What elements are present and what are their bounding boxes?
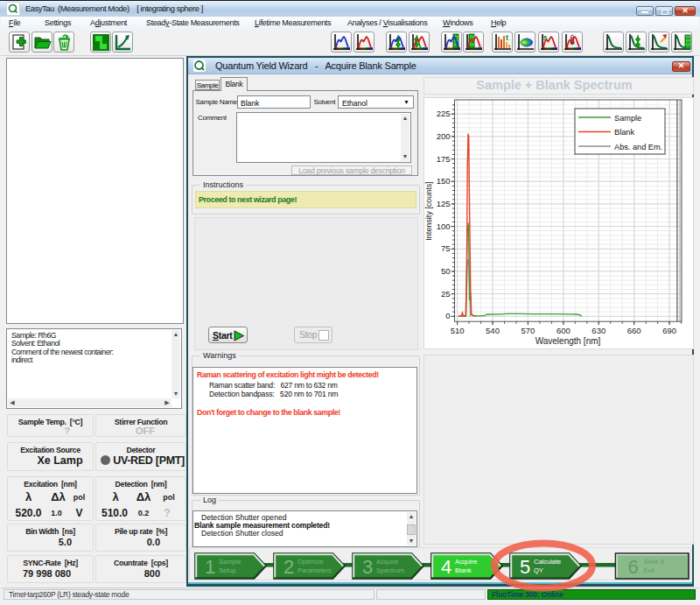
svg-text:3: 3 (362, 556, 373, 578)
svg-text:2: 2 (284, 556, 294, 578)
svg-text:Spectrum: Spectrum (376, 566, 404, 574)
svg-text:510: 510 (451, 326, 465, 335)
svg-text:125: 125 (437, 199, 451, 208)
svg-text:Blank: Blank (455, 566, 472, 574)
svg-text:Setup: Setup (219, 566, 236, 574)
svg-text:6: 6 (628, 556, 639, 578)
svg-text:Exit: Exit (644, 566, 655, 574)
svg-text:Wavelength [nm]: Wavelength [nm] (536, 336, 601, 346)
svg-text:570: 570 (521, 326, 535, 335)
svg-text:Blank: Blank (614, 128, 634, 137)
svg-text:Parameters: Parameters (298, 566, 332, 574)
svg-text:150: 150 (437, 176, 451, 186)
svg-text:Optimize: Optimize (298, 558, 324, 566)
svg-text:Intensity [counts]: Intensity [counts] (424, 181, 433, 241)
svg-text:660: 660 (627, 326, 641, 335)
svg-text:Save &: Save & (644, 558, 665, 566)
svg-text:25: 25 (441, 289, 451, 299)
svg-text:690: 690 (662, 326, 676, 335)
svg-text:0: 0 (445, 311, 450, 320)
svg-text:225: 225 (437, 109, 451, 118)
svg-text:Acquire: Acquire (455, 558, 477, 566)
svg-text:4: 4 (441, 556, 452, 578)
svg-text:Sample: Sample (614, 114, 641, 123)
svg-text:540: 540 (486, 326, 500, 335)
svg-text:75: 75 (441, 243, 451, 253)
svg-text:Sample: Sample (219, 558, 241, 566)
svg-text:1: 1 (205, 556, 215, 578)
svg-text:200: 200 (437, 131, 451, 141)
svg-text:Acquire: Acquire (376, 558, 398, 566)
svg-text:Abs. and Em.: Abs. and Em. (614, 143, 662, 151)
svg-text:630: 630 (592, 326, 606, 335)
svg-text:100: 100 (437, 222, 451, 231)
svg-text:600: 600 (556, 326, 570, 335)
svg-text:t: t (506, 33, 508, 42)
svg-text:50: 50 (441, 266, 451, 276)
svg-text:175: 175 (437, 154, 451, 164)
